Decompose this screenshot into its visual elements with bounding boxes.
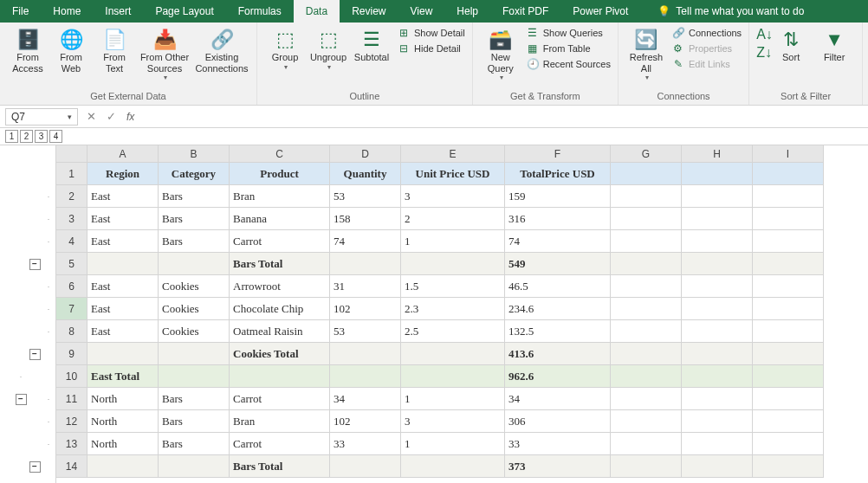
cell[interactable]: Bars	[159, 185, 230, 208]
row-header[interactable]: 11	[56, 388, 87, 410]
cell[interactable]	[611, 320, 682, 343]
cell[interactable]: East	[87, 185, 159, 208]
from-other-sources-button[interactable]: 📥From Other Sources▾	[137, 26, 192, 81]
filter-button[interactable]: ▼Filter	[813, 26, 855, 63]
col-header-D[interactable]: D	[330, 145, 401, 163]
row-header[interactable]: 13	[56, 433, 87, 455]
cell[interactable]: 74	[505, 230, 611, 253]
cell[interactable]: 316	[505, 208, 611, 230]
col-header-E[interactable]: E	[401, 145, 505, 163]
ungroup-button[interactable]: ⬚Ungroup▾	[308, 26, 349, 71]
cell[interactable]: Quantity	[330, 163, 401, 185]
tab-powerpivot[interactable]: Power Pivot	[560, 0, 640, 23]
outline-level-2[interactable]: 2	[20, 130, 33, 143]
cell[interactable]: Cookies	[159, 320, 230, 343]
cell[interactable]	[753, 208, 824, 230]
cell[interactable]	[753, 410, 824, 433]
cell[interactable]: 1	[401, 433, 505, 455]
cell[interactable]	[330, 253, 401, 275]
cell[interactable]	[753, 253, 824, 275]
cell[interactable]: 102	[330, 410, 401, 433]
cell[interactable]	[159, 455, 230, 478]
cell[interactable]	[682, 275, 753, 298]
cell[interactable]	[682, 230, 753, 253]
cell[interactable]: 34	[505, 388, 611, 410]
cell[interactable]: 549	[505, 253, 611, 275]
tab-insert[interactable]: Insert	[93, 0, 143, 23]
properties-button[interactable]: ⚙Properties	[672, 42, 742, 55]
cell[interactable]	[753, 163, 824, 185]
cell[interactable]: Chocolate Chip	[230, 298, 330, 320]
row-header[interactable]: 9	[56, 343, 87, 365]
cell[interactable]	[682, 163, 753, 185]
cell[interactable]	[401, 365, 505, 388]
cell[interactable]	[753, 298, 824, 320]
cell[interactable]: Unit Price USD	[401, 163, 505, 185]
show-detail-button[interactable]: ⊞Show Detail	[398, 26, 465, 40]
select-all-corner[interactable]	[56, 145, 87, 163]
cell[interactable]: 3	[401, 410, 505, 433]
cell[interactable]: 53	[330, 320, 401, 343]
outline-collapse-button[interactable]: −	[29, 349, 41, 360]
cell[interactable]: Region	[87, 163, 159, 185]
row-header[interactable]: 5	[56, 253, 87, 275]
cell[interactable]	[753, 320, 824, 343]
cell[interactable]: 1	[401, 230, 505, 253]
row-header[interactable]: 8	[56, 320, 87, 343]
cell[interactable]: 53	[330, 185, 401, 208]
hide-detail-button[interactable]: ⊟Hide Detail	[398, 42, 465, 55]
cell[interactable]: 33	[330, 433, 401, 455]
cell[interactable]	[682, 253, 753, 275]
cell[interactable]: TotalPrice USD	[505, 163, 611, 185]
tab-foxit[interactable]: Foxit PDF	[490, 0, 560, 23]
row-header[interactable]: 12	[56, 410, 87, 433]
cell[interactable]	[159, 343, 230, 365]
sort-za-button[interactable]: Z↓	[756, 44, 768, 61]
cell[interactable]: 1	[401, 388, 505, 410]
cell[interactable]	[611, 388, 682, 410]
cell[interactable]	[682, 433, 753, 455]
cell[interactable]: Bars	[159, 208, 230, 230]
outline-collapse-button[interactable]: −	[29, 461, 41, 473]
cell[interactable]	[611, 433, 682, 455]
cell[interactable]	[682, 185, 753, 208]
cell[interactable]	[753, 455, 824, 478]
cell[interactable]: 33	[505, 433, 611, 455]
cell[interactable]: North	[87, 410, 159, 433]
row-header[interactable]: 6	[56, 275, 87, 298]
from-web-button[interactable]: 🌐From Web	[50, 26, 92, 74]
cell[interactable]: Category	[159, 163, 230, 185]
cell[interactable]: 3	[401, 185, 505, 208]
existing-connections-button[interactable]: 🔗Existing Connections	[194, 26, 249, 74]
cell[interactable]: Carrot	[230, 230, 330, 253]
connections-button[interactable]: 🔗Connections	[672, 26, 742, 40]
cell[interactable]	[753, 388, 824, 410]
col-header-F[interactable]: F	[505, 145, 611, 163]
row-header[interactable]: 1	[56, 163, 87, 185]
cell[interactable]	[611, 275, 682, 298]
cell[interactable]	[611, 208, 682, 230]
cell[interactable]	[682, 388, 753, 410]
col-header-A[interactable]: A	[87, 145, 159, 163]
cell[interactable]: 158	[330, 208, 401, 230]
show-queries-button[interactable]: ☰Show Queries	[527, 26, 611, 40]
cell[interactable]	[682, 320, 753, 343]
name-box[interactable]: Q7▾	[5, 108, 78, 126]
cell[interactable]	[159, 253, 230, 275]
cell[interactable]	[611, 163, 682, 185]
tab-page-layout[interactable]: Page Layout	[143, 0, 225, 23]
cell[interactable]	[611, 410, 682, 433]
cell[interactable]: Product	[230, 163, 330, 185]
cell[interactable]	[753, 230, 824, 253]
enter-formula-button[interactable]: ✓	[101, 110, 121, 123]
cell[interactable]: 159	[505, 185, 611, 208]
cell[interactable]: 2.5	[401, 320, 505, 343]
cell[interactable]	[682, 298, 753, 320]
cell[interactable]	[401, 343, 505, 365]
cell[interactable]	[682, 455, 753, 478]
cell[interactable]: East	[87, 230, 159, 253]
row-header[interactable]: 3	[56, 208, 87, 230]
cell[interactable]: Arrowroot	[230, 275, 330, 298]
cell[interactable]: 413.6	[505, 343, 611, 365]
cell[interactable]: 234.6	[505, 298, 611, 320]
